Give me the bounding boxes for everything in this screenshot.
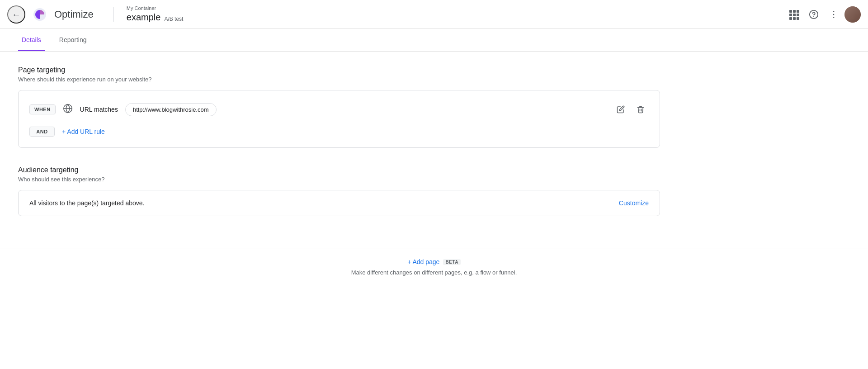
optimize-logo	[31, 5, 49, 24]
container-name: example	[127, 11, 161, 23]
container-label: My Container	[127, 5, 184, 11]
and-badge: AND	[29, 127, 55, 137]
page-targeting-title: Page targeting	[18, 66, 660, 74]
pencil-icon	[617, 105, 625, 114]
help-circle-icon	[809, 9, 819, 19]
app-name: Optimize	[54, 9, 94, 20]
page-targeting-section: Page targeting Where should this experie…	[18, 66, 660, 148]
edit-rule-button[interactable]	[613, 101, 629, 118]
url-matches-label: URL matches	[80, 106, 118, 113]
when-badge: WHEN	[29, 104, 56, 114]
experiment-type-badge: A/B test	[164, 16, 183, 23]
header-title-row: example A/B test	[127, 11, 184, 23]
back-button[interactable]: ←	[7, 5, 25, 24]
container-meta: My Container example A/B test	[127, 5, 184, 23]
rule-actions	[613, 101, 649, 118]
audience-targeting-section: Audience targeting Who should see this e…	[18, 166, 660, 216]
footer-section: + Add page BETA Make different changes o…	[0, 249, 868, 281]
header-left: ← Optimize My Container example A/B test	[7, 5, 183, 24]
url-rule-row: WHEN URL matches http://www.blogwithrosi…	[29, 101, 649, 118]
tab-reporting[interactable]: Reporting	[56, 29, 90, 51]
header-right	[785, 5, 861, 24]
audience-targeting-subtitle: Who should see this experience?	[18, 176, 660, 183]
delete-rule-button[interactable]	[632, 101, 649, 118]
add-page-button[interactable]: + Add page	[407, 258, 439, 265]
footer-hint: Make different changes on different page…	[351, 269, 517, 276]
header-divider	[113, 7, 114, 22]
svg-point-3	[833, 14, 835, 15]
main-content: Page targeting Where should this experie…	[0, 52, 678, 249]
more-vertical-icon	[829, 9, 839, 19]
trash-icon	[637, 105, 645, 114]
user-avatar[interactable]	[844, 6, 861, 23]
audience-targeting-title: Audience targeting	[18, 166, 660, 174]
page-targeting-card: WHEN URL matches http://www.blogwithrosi…	[18, 90, 660, 148]
svg-point-1	[813, 16, 814, 17]
and-row: AND + Add URL rule	[29, 127, 649, 137]
beta-badge: BETA	[443, 259, 460, 265]
svg-point-4	[833, 17, 835, 18]
globe-icon	[63, 104, 73, 116]
tabs-nav: Details Reporting	[0, 29, 868, 52]
apps-grid-icon	[789, 10, 798, 19]
header: ← Optimize My Container example A/B test	[0, 0, 868, 29]
url-value: http://www.blogwithrosie.com	[125, 103, 217, 116]
help-icon-button[interactable]	[805, 5, 823, 24]
audience-description: All visitors to the page(s) targeted abo…	[29, 199, 144, 207]
more-menu-button[interactable]	[825, 5, 843, 24]
svg-point-2	[833, 11, 835, 12]
add-url-rule-button[interactable]: + Add URL rule	[62, 128, 105, 135]
avatar-image	[844, 6, 861, 23]
audience-targeting-card: All visitors to the page(s) targeted abo…	[18, 190, 660, 216]
page-targeting-subtitle: Where should this experience run on your…	[18, 76, 660, 83]
apps-icon-button[interactable]	[785, 5, 803, 24]
customize-button[interactable]: Customize	[619, 199, 649, 207]
tab-details[interactable]: Details	[18, 29, 45, 51]
